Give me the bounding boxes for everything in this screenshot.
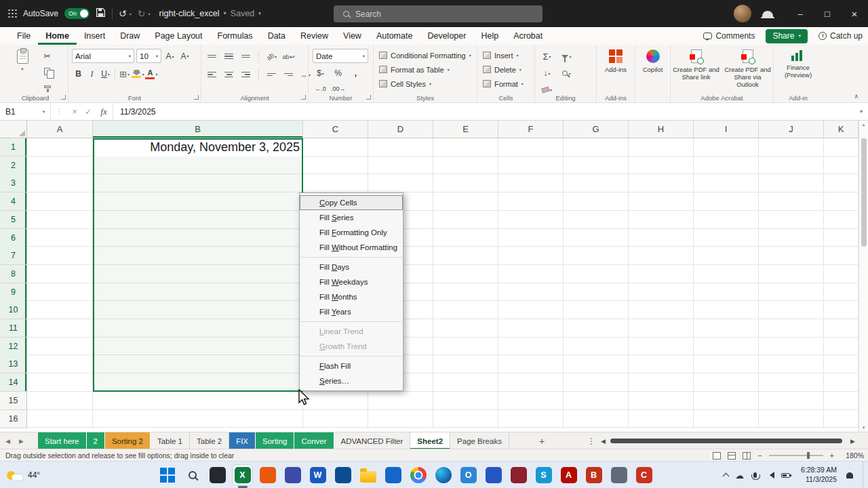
ribbon-tab-help[interactable]: Help xyxy=(473,27,506,45)
minimize-button[interactable]: – xyxy=(787,0,814,27)
row-header-11[interactable]: 11 xyxy=(0,319,27,338)
taskbar-word[interactable]: W xyxy=(305,462,330,488)
horizontal-scrollbar-thumb[interactable] xyxy=(610,439,842,443)
show-desktop-button[interactable] xyxy=(863,462,865,488)
ribbon-tab-draw[interactable]: Draw xyxy=(113,27,147,45)
menu-item-fill-years[interactable]: Fill Years xyxy=(300,304,403,319)
increase-font-button[interactable]: A▴ xyxy=(163,49,176,63)
ribbon-tab-developer[interactable]: Developer xyxy=(420,27,473,45)
zoom-level[interactable]: 180% xyxy=(841,451,864,460)
sheet-tab-fix[interactable]: FIX xyxy=(229,432,256,449)
sheet-tab-advanced-filter[interactable]: ADVANCED Filter xyxy=(334,432,411,449)
ribbon-tab-view[interactable]: View xyxy=(336,27,369,45)
catch-up-button[interactable]: Catch up xyxy=(818,31,863,41)
taskbar-clock[interactable]: 6:28:39 AM 11/3/2025 xyxy=(801,466,837,484)
ribbon-tab-insert[interactable]: Insert xyxy=(77,27,113,45)
zoom-out-button[interactable]: − xyxy=(757,451,762,460)
font-color-button[interactable]: A▾ xyxy=(145,67,158,81)
format-as-table-button[interactable]: Format as Table▾ xyxy=(374,62,471,77)
align-top-button[interactable] xyxy=(205,49,218,63)
underline-button[interactable]: U▾ xyxy=(99,67,112,81)
column-header-e[interactable]: E xyxy=(433,121,498,138)
column-header-a[interactable]: A xyxy=(27,121,93,138)
insert-button[interactable]: Insert▾ xyxy=(477,48,524,62)
column-header-c[interactable]: C xyxy=(303,121,368,138)
sheet-tab-2[interactable]: 2 xyxy=(87,432,105,449)
create-pdf-and-share-link-button[interactable]: Create PDF and Share link xyxy=(672,45,721,89)
sheet-tab-sorting[interactable]: Sorting xyxy=(256,432,294,449)
ribbon-tab-review[interactable]: Review xyxy=(293,27,336,45)
menu-item-fill-months[interactable]: Fill Months xyxy=(300,289,403,304)
ribbon-tab-file[interactable]: File xyxy=(9,27,38,45)
taskbar-app-blue[interactable] xyxy=(380,462,406,488)
menu-item-flash-fill[interactable]: Flash Fill xyxy=(300,359,403,373)
taskbar-firefox[interactable] xyxy=(255,462,280,488)
chevron-down-icon[interactable]: ▾ xyxy=(130,12,132,16)
row-header-8[interactable]: 8 xyxy=(0,265,27,283)
zoom-slider-thumb[interactable] xyxy=(807,452,810,459)
align-bottom-button[interactable] xyxy=(239,49,252,63)
menu-item-fill-without-formatting[interactable]: Fill Without Formatting xyxy=(300,240,403,255)
row-header-16[interactable]: 16 xyxy=(0,410,27,428)
taskbar-skype[interactable]: S xyxy=(531,462,556,488)
clipboard-dialog-launcher[interactable] xyxy=(61,95,66,100)
app-launcher-icon[interactable] xyxy=(8,9,17,18)
save-button[interactable] xyxy=(96,7,106,20)
sheet-tab-table-2[interactable]: Table 2 xyxy=(190,432,229,449)
taskbar-app-c[interactable]: C xyxy=(631,462,656,488)
hidden-icons-chevron-icon[interactable] xyxy=(722,473,729,480)
ribbon-tab-formulas[interactable]: Formulas xyxy=(210,27,260,45)
align-right-button[interactable] xyxy=(239,68,252,81)
battery-icon[interactable] xyxy=(781,473,790,478)
row-header-12[interactable]: 12 xyxy=(0,338,27,356)
cells-area[interactable]: Monday, November 3, 2025 xyxy=(0,121,859,432)
cell-styles-button[interactable]: Cell Styles▾ xyxy=(374,77,471,91)
sort-filter-button[interactable]: ▾ xyxy=(560,49,573,63)
column-header-b[interactable]: B xyxy=(93,121,303,138)
notification-bell-icon[interactable] xyxy=(846,472,853,479)
decrease-indent-button[interactable] xyxy=(265,68,278,81)
zoom-in-button[interactable]: + xyxy=(830,451,834,460)
menu-item-fill-weekdays[interactable]: Fill Weekdays xyxy=(300,274,403,289)
menu-item-fill-formatting-only[interactable]: Fill Formatting Only xyxy=(300,225,403,240)
scroll-down-icon[interactable]: ▾ xyxy=(859,425,868,430)
row-header-6[interactable]: 6 xyxy=(0,229,27,247)
select-all-button[interactable] xyxy=(0,121,27,138)
enter-button[interactable]: ✓ xyxy=(81,107,95,117)
row-header-4[interactable]: 4 xyxy=(0,192,27,211)
vertical-scrollbar-thumb[interactable] xyxy=(861,138,867,247)
zoom-slider[interactable] xyxy=(769,455,823,456)
align-middle-button[interactable] xyxy=(222,49,235,63)
taskbar-search[interactable] xyxy=(180,462,205,488)
ribbon-tab-home[interactable]: Home xyxy=(38,27,77,45)
sheet-tab-start-here[interactable]: Start here xyxy=(38,432,87,449)
menu-item-copy-cells[interactable]: Copy Cells xyxy=(300,195,403,210)
column-header-h[interactable]: H xyxy=(629,121,694,138)
volume-icon[interactable] xyxy=(766,472,774,479)
comments-button[interactable]: Comments xyxy=(703,31,755,41)
ribbon-tab-page-layout[interactable]: Page Layout xyxy=(147,27,210,45)
number-dialog-launcher[interactable] xyxy=(366,95,371,100)
taskbar-excel[interactable]: X xyxy=(230,462,255,488)
font-dialog-launcher[interactable] xyxy=(194,95,199,100)
row-header-14[interactable]: 14 xyxy=(0,373,27,392)
insert-function-button[interactable]: fx xyxy=(95,106,113,117)
row-header-2[interactable]: 2 xyxy=(0,157,27,175)
borders-button[interactable]: ⊞▾ xyxy=(118,67,131,81)
taskbar-acrobat[interactable]: A xyxy=(556,462,581,488)
sheet-tab-table-1[interactable]: Table 1 xyxy=(151,432,190,449)
increase-decimal-button[interactable]: ←.0 xyxy=(314,82,327,96)
sheet-tab-page-breaks[interactable]: Page Breaks xyxy=(450,432,509,449)
increase-indent-button[interactable] xyxy=(282,68,295,81)
undo-button[interactable]: ↺ xyxy=(119,8,127,19)
collapse-ribbon-button[interactable]: ∧ xyxy=(854,93,859,100)
ribbon-tab-automate[interactable]: Automate xyxy=(369,27,420,45)
taskbar-edge[interactable] xyxy=(431,462,456,488)
weather-widget[interactable]: 44° xyxy=(7,462,40,488)
search-box[interactable]: Search xyxy=(334,5,542,22)
onedrive-icon[interactable]: ☁ xyxy=(735,470,744,481)
row-header-15[interactable]: 15 xyxy=(0,392,27,410)
menu-item-series[interactable]: Series… xyxy=(300,373,403,388)
row-header-3[interactable]: 3 xyxy=(0,174,27,192)
mic-icon[interactable] xyxy=(753,472,757,478)
